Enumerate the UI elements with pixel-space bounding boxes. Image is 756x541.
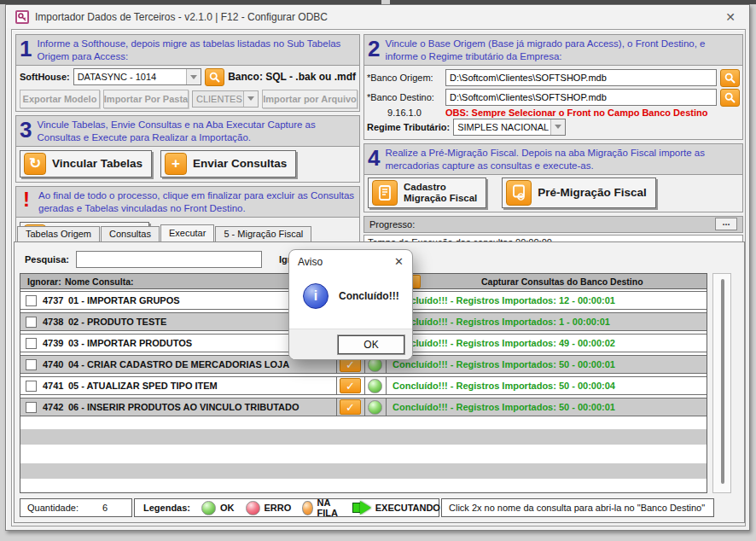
ignorar-checkbox[interactable]: [26, 381, 37, 392]
section-2-number: 2: [368, 36, 380, 61]
finalize-header: ! Ao final de todo o processo, clique em…: [16, 187, 359, 218]
quantidade-box: Quantidade: 6: [20, 498, 132, 517]
right-column: 2 Vincule o Base Origem (Base já migrado…: [363, 34, 743, 250]
consulta-id: 4737: [43, 295, 63, 305]
consulta-status: Concluído!!! - Registros Importados: 50 …: [393, 381, 615, 391]
chevron-down-icon[interactable]: [550, 119, 565, 135]
tab-consultas[interactable]: Consultas: [101, 226, 160, 241]
executando-arrow-icon: [353, 501, 371, 515]
dialog-body: i Concluído!!!: [289, 273, 412, 317]
table-row[interactable]: 4742 06 - INSERIR PRODUTOS AO VINCULO TR…: [20, 398, 707, 416]
banco-origem-input[interactable]: [445, 69, 717, 86]
consulta-nome: 03 - IMPORTAR PRODUTOS: [68, 338, 192, 348]
title-bar: Importador Dados de Terceiros - v2.1.0 |…: [7, 6, 748, 28]
run-check-icon[interactable]: ✓: [340, 399, 361, 415]
finalize-instructions: Ao final de todo o processo, clique em f…: [38, 188, 356, 215]
section-3-buttons: ↻ Vincular Tabelas + Enviar Consultas: [16, 147, 359, 182]
banco-origem-browse-button[interactable]: [720, 69, 740, 87]
dialog-footer: OK: [289, 329, 412, 359]
consulta-id: 4740: [43, 359, 63, 369]
na-fila-sphere-icon: [302, 501, 312, 515]
status-sphere-icon: [368, 379, 382, 393]
consulta-nome: 02 - PRODUTO TESTE: [68, 317, 166, 327]
erro-label: ERRO: [265, 503, 292, 513]
pre-migracao-fiscal-button[interactable]: Pré-Migração Fiscal: [502, 177, 656, 208]
banco-destino-label: *Banco Destino:: [367, 92, 442, 102]
consulta-status: Concluído!!! - Registros Importados: 49 …: [393, 338, 615, 348]
empty-stripe: [20, 445, 707, 463]
chevron-down-icon[interactable]: [186, 69, 201, 84]
enviar-consultas-button[interactable]: + Enviar Consultas: [160, 150, 296, 177]
section-3: 3 Vincule Tabelas, Envie Consultas e na …: [15, 115, 360, 183]
regime-select[interactable]: SIMPLES NACIONAL: [453, 119, 566, 136]
status-sphere-icon: [368, 400, 382, 415]
legend-row: Quantidade: 6 Legendas: OK ERRO NA FILA …: [20, 498, 716, 517]
scrollbar-thumb[interactable]: [721, 279, 724, 484]
dialog-close-icon[interactable]: ✕: [394, 255, 404, 268]
softhouse-label: SoftHouse:: [20, 72, 70, 82]
search-row: Pesquisa: Ignorados:: [25, 251, 328, 268]
clientes-value: CLIENTES: [193, 94, 243, 104]
desktop: Importador Dados de Terceiros - v2.1.0 |…: [0, 0, 756, 541]
banco-origem-row: *Banco Origem:: [364, 66, 742, 88]
consulta-nome: 04 - CRIAR CADASTRO DE MERCADORIAS LOJA: [68, 359, 289, 369]
window-title: Importador Dados de Terceiros - v2.1.0 |…: [35, 11, 328, 23]
import-buttons-row: Exportar Modelo Importar Por Pasta CLIEN…: [16, 89, 359, 111]
legendas-box: Legendas: OK ERRO NA FILA EXECUTANDO: [134, 498, 439, 517]
exportar-modelo-button[interactable]: Exportar Modelo: [20, 90, 100, 108]
plus-icon: +: [165, 153, 187, 175]
run-check-icon[interactable]: ✓: [340, 378, 361, 393]
table-scrollbar[interactable]: [712, 273, 731, 493]
softhouse-search-button[interactable]: [205, 68, 224, 86]
softhouse-select[interactable]: DATASYNC - 1014: [73, 68, 202, 85]
importar-por-arquivo-button[interactable]: Importar por Arquivo: [262, 90, 358, 108]
hint-box: Click 2x no nome da consulta para abri-l…: [441, 498, 714, 517]
ok-sphere-icon: [201, 501, 216, 515]
section-3-instructions: Vincule Tabelas, Envie Consultas e na Ab…: [37, 117, 356, 144]
version-number: 9.16.1.0: [367, 108, 442, 118]
tab-tabelas-origem[interactable]: Tabelas Origem: [17, 226, 100, 241]
ok-button[interactable]: OK: [338, 335, 404, 354]
vincular-tabelas-button[interactable]: ↻ Vincular Tabelas: [20, 150, 152, 177]
ok-label: OK: [220, 503, 235, 513]
ignorar-checkbox[interactable]: [26, 359, 37, 370]
cadastro-migracao-fiscal-button[interactable]: CadastroMigração Fiscal: [368, 177, 486, 208]
section-2-header: 2 Vincule o Base Origem (Base já migrado…: [364, 35, 742, 66]
search-icon: [724, 73, 736, 84]
enviar-consultas-label: Enviar Consultas: [193, 157, 287, 170]
ignorar-checkbox[interactable]: [26, 402, 37, 413]
tab-migracao-fiscal[interactable]: 5 - Migração Fiscal: [215, 226, 311, 241]
regime-label: Regime Tributário:: [367, 122, 450, 132]
consulta-status: Concluído!!! - Registros Importados: 1 -…: [393, 317, 610, 327]
ignorar-checkbox[interactable]: [26, 338, 37, 349]
banco-origem-label: *Banco Origem:: [367, 73, 442, 83]
section-1: 1 Informe a Softhouse, depois migre as t…: [15, 34, 360, 112]
section-4-header: 4 Realize a Pré-Migração Fiscal. Depois …: [364, 144, 742, 175]
ignorar-checkbox[interactable]: [26, 295, 37, 306]
banco-destino-browse-button[interactable]: [720, 89, 740, 107]
clientes-select[interactable]: CLIENTES: [192, 90, 259, 108]
banco-destino-input[interactable]: [445, 89, 717, 106]
close-icon[interactable]: ✕: [721, 10, 740, 24]
section-1-instructions: Informe a Softhouse, depois migre as tab…: [37, 36, 356, 63]
ignorar-checkbox[interactable]: [26, 317, 37, 328]
softhouse-value: DATASYNC - 1014: [74, 72, 187, 82]
empty-stripe: [20, 419, 707, 429]
consulta-nome: 06 - INSERIR PRODUTOS AO VINCULO TRIBUTA…: [68, 402, 299, 412]
consulta-nome: 01 - IMPORTAR GRUPOS: [68, 295, 180, 305]
consulta-id: 4738: [43, 317, 63, 327]
chevron-down-icon[interactable]: [243, 91, 258, 107]
section-2-instructions: Vincule o Base Origem (Base já migrado p…: [385, 36, 739, 63]
pesquisa-input[interactable]: [76, 251, 262, 268]
dialog-title: Aviso: [298, 256, 323, 268]
legendas-label: Legendas:: [143, 503, 190, 513]
executando-label: EXECUTANDO: [375, 503, 440, 513]
tab-executar[interactable]: Executar: [160, 224, 214, 241]
table-row[interactable]: 4741 05 - ATUALIZAR SPED TIPO ITEM ✓ Con…: [20, 376, 707, 395]
quantidade-label: Quantidade:: [27, 503, 79, 513]
consulta-id: 4742: [43, 402, 63, 412]
dialog-title-bar: Aviso ✕: [289, 250, 412, 273]
importar-por-pasta-button[interactable]: Importar Por Pasta: [103, 90, 189, 108]
search-icon: [209, 72, 220, 83]
capturar-column-header: Capturar Consultas do Banco Destino: [481, 276, 643, 287]
